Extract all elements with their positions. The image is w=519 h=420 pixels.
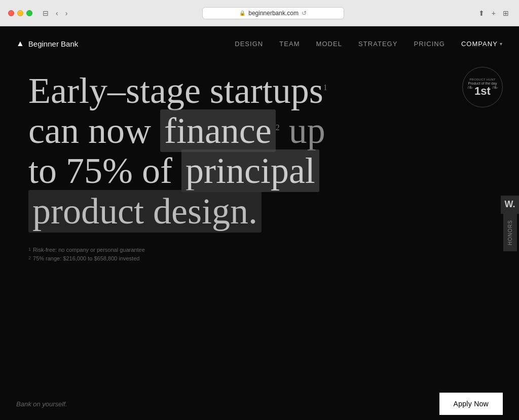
footnote-2-num: 2 <box>28 254 31 263</box>
footnote-1-text: Risk-free: no company or personal guaran… <box>33 246 145 255</box>
footnote-ref-2: 2 <box>276 123 280 132</box>
forward-button[interactable]: › <box>63 8 70 18</box>
minimize-button[interactable] <box>17 10 23 16</box>
close-button[interactable] <box>8 10 14 16</box>
refresh-icon[interactable]: ↺ <box>302 10 307 17</box>
hero-line4-product-design: product design. <box>28 190 262 233</box>
navigation: ▲ Beginner Bank DESIGN TEAM MODEL STRATE… <box>0 26 519 61</box>
footnote-ref-1: 1 <box>323 83 327 92</box>
nav-design[interactable]: DESIGN <box>235 40 263 48</box>
hero-line2-can-now: can now <box>28 110 160 151</box>
hero-line-4: product design. <box>28 192 491 232</box>
footnote-1-num: 1 <box>28 246 31 255</box>
chevron-down-icon: ▾ <box>500 41 503 47</box>
hero-section: Early–stage startups1 can now finance2 u… <box>0 61 519 263</box>
hero-line3-principal: principal <box>181 149 319 192</box>
logo-text: Beginner Bank <box>28 40 78 48</box>
footnote-2: 2 75% range: $216,000 to $658,800 invest… <box>28 254 491 263</box>
nav-company-label: COMPANY <box>461 40 498 48</box>
side-tab[interactable]: W. Honors <box>501 196 519 251</box>
share-button[interactable]: ⬆ <box>476 8 487 18</box>
browser-actions: ⬆ + ⊞ <box>476 8 511 18</box>
footnotes: 1 Risk-free: no company or personal guar… <box>28 246 491 263</box>
bottom-bar: Bank on yourself. Apply Now <box>0 388 519 420</box>
hero-line2-up: up <box>280 110 325 151</box>
back-button[interactable]: ‹ <box>54 8 60 18</box>
browser-controls: ⊟ ‹ › <box>41 8 69 18</box>
hero-line1-text: Early–stage startups <box>28 70 323 111</box>
logo-icon: ▲ <box>16 39 24 48</box>
footnote-1: 1 Risk-free: no company or personal guar… <box>28 246 491 255</box>
sidebar-toggle-button[interactable]: ⊟ <box>41 8 51 18</box>
address-bar: 🔒 beginnerbank.com ↺ <box>75 7 471 19</box>
lock-icon: 🔒 <box>239 10 245 16</box>
nav-pricing[interactable]: PRICING <box>414 40 444 48</box>
maximize-button[interactable] <box>26 10 32 16</box>
logo[interactable]: ▲ Beginner Bank <box>16 39 78 48</box>
traffic-lights <box>8 10 32 16</box>
url-bar[interactable]: 🔒 beginnerbank.com ↺ <box>202 7 344 19</box>
hero-line-1: Early–stage startups1 <box>28 71 491 111</box>
hero-line2-finance: finance <box>160 109 276 152</box>
url-text: beginnerbank.com <box>248 10 299 17</box>
tagline: Bank on yourself. <box>16 400 67 408</box>
hero-heading: Early–stage startups1 can now finance2 u… <box>28 71 491 232</box>
hero-line-3: to 75% of principal <box>28 151 491 191</box>
hero-line-2: can now finance2 up <box>28 111 491 151</box>
nav-company[interactable]: COMPANY ▾ <box>461 40 503 48</box>
side-tab-honors-label: Honors <box>503 214 517 251</box>
nav-model[interactable]: MODEL <box>316 40 342 48</box>
footnote-2-text: 75% range: $216,000 to $658,800 invested <box>33 254 139 263</box>
website: ▲ Beginner Bank DESIGN TEAM MODEL STRATE… <box>0 26 519 420</box>
tab-overview-button[interactable]: ⊞ <box>501 8 511 18</box>
apply-now-button[interactable]: Apply Now <box>439 393 503 415</box>
hero-line3-to: to 75% of <box>28 150 181 191</box>
new-tab-button[interactable]: + <box>490 8 498 18</box>
nav-links: DESIGN TEAM MODEL STRATEGY PRICING COMPA… <box>235 40 503 48</box>
side-tab-w-label: W. <box>501 196 519 214</box>
nav-team[interactable]: TEAM <box>279 40 300 48</box>
nav-strategy[interactable]: STRATEGY <box>358 40 397 48</box>
browser-chrome: ⊟ ‹ › 🔒 beginnerbank.com ↺ ⬆ + ⊞ <box>0 0 519 26</box>
